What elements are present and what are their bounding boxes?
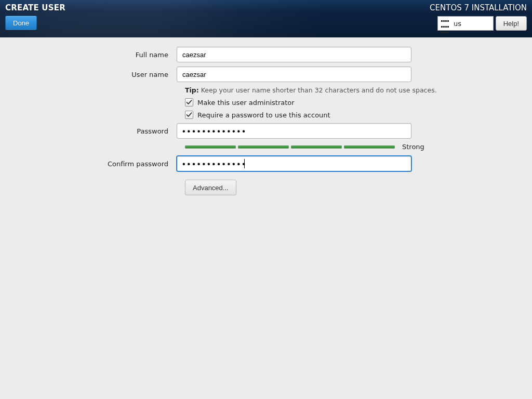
strength-bar-2 bbox=[238, 145, 289, 149]
strength-label: Strong bbox=[402, 143, 424, 151]
checkmark-icon bbox=[186, 99, 192, 105]
full-name-label: Full name bbox=[0, 51, 177, 59]
password-label: Password bbox=[0, 127, 177, 135]
user-name-input[interactable] bbox=[177, 66, 411, 82]
admin-checkbox-label: Make this user administrator bbox=[197, 99, 295, 107]
help-button[interactable]: Help! bbox=[496, 16, 527, 31]
admin-checkbox[interactable] bbox=[185, 98, 193, 107]
require-password-checkbox[interactable] bbox=[185, 111, 193, 119]
password-strength-meter: Strong bbox=[185, 143, 532, 151]
user-name-label: User name bbox=[0, 71, 177, 78]
keyboard-layout-selector[interactable]: us bbox=[437, 16, 494, 31]
keyboard-icon bbox=[441, 20, 449, 26]
checkmark-icon bbox=[186, 112, 192, 118]
require-password-label: Require a password to use this account bbox=[197, 111, 330, 119]
password-input[interactable] bbox=[177, 123, 411, 139]
confirm-password-input[interactable] bbox=[177, 156, 411, 171]
advanced-button[interactable]: Advanced... bbox=[185, 180, 236, 195]
tip-prefix: Tip: bbox=[185, 86, 199, 94]
header: CREATE USER CENTOS 7 INSTALLATION Done u… bbox=[0, 0, 532, 37]
confirm-password-label: Confirm password bbox=[0, 160, 177, 168]
install-title: CENTOS 7 INSTALLATION bbox=[430, 3, 527, 12]
form-container: Full name User name Tip: Keep your user … bbox=[0, 37, 532, 195]
full-name-input[interactable] bbox=[177, 47, 411, 62]
tip-text: Keep your user name shorter than 32 char… bbox=[199, 86, 437, 94]
keyboard-layout-label: us bbox=[454, 20, 461, 28]
page-title: CREATE USER bbox=[5, 3, 65, 12]
done-button[interactable]: Done bbox=[5, 16, 37, 30]
strength-bar-4 bbox=[344, 145, 395, 149]
strength-bar-3 bbox=[291, 145, 342, 149]
text-caret bbox=[244, 159, 245, 168]
strength-bar-1 bbox=[185, 145, 236, 149]
username-tip: Tip: Keep your user name shorter than 32… bbox=[185, 86, 532, 94]
